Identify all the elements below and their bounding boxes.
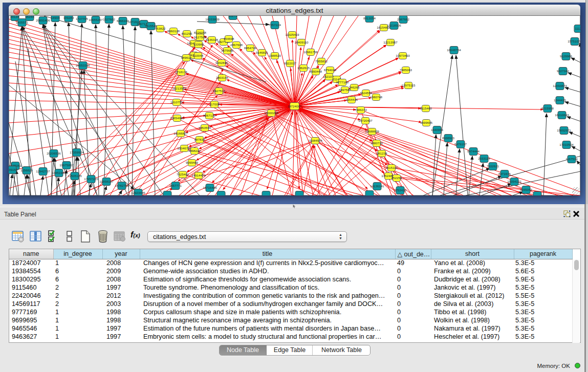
- svg-text:1610755: 1610755: [170, 100, 183, 104]
- svg-text:1353594: 1353594: [199, 126, 211, 129]
- svg-text:15716485: 15716485: [203, 186, 217, 189]
- svg-text:1362615: 1362615: [297, 66, 310, 70]
- svg-text:8454749: 8454749: [244, 46, 257, 50]
- svg-text:20691406: 20691406: [36, 18, 50, 22]
- svg-text:15720407: 15720407: [358, 119, 373, 122]
- svg-text:1405571: 1405571: [16, 20, 29, 24]
- svg-text:8990448: 8990448: [310, 70, 322, 73]
- svg-text:8471676: 8471676: [498, 172, 511, 176]
- svg-text:19975867: 19975867: [59, 163, 74, 167]
- svg-text:19654983: 19654983: [170, 116, 184, 120]
- svg-text:8938923: 8938923: [442, 136, 455, 140]
- svg-text:16244: 16244: [25, 16, 34, 18]
- svg-text:10958107: 10958107: [99, 180, 114, 183]
- svg-text:4498222: 4498222: [188, 149, 201, 152]
- svg-text:7515546: 7515546: [145, 24, 158, 28]
- svg-text:133982: 133982: [193, 42, 204, 46]
- svg-text:3675685: 3675685: [221, 49, 234, 52]
- svg-text:1588520: 1588520: [269, 54, 281, 57]
- svg-text:6479197: 6479197: [454, 142, 467, 146]
- svg-text:14914479: 14914479: [191, 173, 206, 177]
- svg-text:16782759: 16782759: [115, 184, 129, 187]
- svg-text:12923445: 12923445: [131, 191, 145, 194]
- svg-text:9227342: 9227342: [557, 69, 570, 73]
- svg-text:10655267: 10655267: [89, 18, 103, 21]
- svg-text:6466160: 6466160: [117, 19, 129, 23]
- svg-text:939159: 939159: [9, 168, 18, 171]
- svg-text:18724007: 18724007: [288, 104, 302, 108]
- svg-text:981234: 981234: [377, 151, 387, 155]
- svg-text:16409110: 16409110: [294, 40, 309, 44]
- svg-text:11325419: 11325419: [285, 33, 299, 36]
- svg-text:12942737: 12942737: [36, 169, 50, 173]
- svg-text:1080748: 1080748: [370, 95, 383, 99]
- svg-text:20134: 20134: [10, 16, 19, 18]
- svg-text:12505135: 12505135: [68, 174, 82, 178]
- svg-text:12093873: 12093873: [553, 84, 567, 87]
- svg-text:9427512: 9427512: [213, 89, 226, 93]
- svg-text:93271: 93271: [228, 16, 237, 17]
- svg-text:8813054: 8813054: [363, 16, 376, 20]
- svg-text:18300295: 18300295: [264, 111, 278, 115]
- svg-text:110044: 110044: [193, 54, 204, 57]
- svg-text:17359924: 17359924: [70, 150, 84, 154]
- svg-text:9099489: 9099489: [186, 161, 199, 164]
- svg-text:19166827: 19166827: [173, 132, 188, 135]
- svg-text:15751074: 15751074: [568, 39, 580, 43]
- svg-text:154698: 154698: [224, 37, 234, 40]
- svg-text:2803144: 2803144: [216, 76, 229, 79]
- svg-text:9115460: 9115460: [420, 106, 432, 110]
- svg-text:20206536: 20206536: [47, 151, 61, 155]
- svg-text:10688609: 10688609: [365, 129, 379, 133]
- svg-text:10961758: 10961758: [303, 50, 318, 54]
- svg-text:891295: 891295: [182, 32, 192, 35]
- svg-text:12975115: 12975115: [401, 83, 416, 87]
- svg-text:7632621: 7632621: [487, 164, 499, 168]
- svg-text:12213967: 12213967: [383, 40, 398, 44]
- svg-text:10973493: 10973493: [396, 54, 410, 57]
- svg-text:15692971: 15692971: [557, 128, 571, 132]
- svg-text:1880726: 1880726: [371, 141, 383, 145]
- svg-text:17010504: 17010504: [559, 143, 574, 146]
- svg-text:2867608: 2867608: [230, 43, 243, 47]
- svg-text:7625402: 7625402: [177, 172, 189, 176]
- svg-text:14451947: 14451947: [52, 171, 66, 174]
- svg-text:1527602: 1527602: [103, 17, 116, 21]
- svg-text:19384554: 19384554: [308, 139, 322, 142]
- svg-text:8660128: 8660128: [167, 29, 180, 33]
- svg-text:8136328: 8136328: [206, 38, 219, 41]
- svg-text:8267130: 8267130: [203, 114, 216, 117]
- svg-text:7955812: 7955812: [315, 59, 328, 63]
- svg-text:6794028: 6794028: [324, 68, 337, 72]
- svg-text:2718176: 2718176: [175, 70, 188, 74]
- svg-text:2164436: 2164436: [345, 98, 358, 101]
- svg-text:16033809: 16033809: [205, 17, 220, 21]
- svg-text:1727705: 1727705: [76, 17, 89, 20]
- svg-text:9474444: 9474444: [467, 149, 480, 153]
- svg-text:8215958: 8215958: [541, 106, 554, 110]
- svg-text:3624554: 3624554: [360, 91, 373, 95]
- svg-text:1615112: 1615112: [385, 166, 398, 169]
- svg-text:9146821: 9146821: [256, 51, 269, 54]
- svg-text:2933114: 2933114: [478, 157, 490, 160]
- svg-text:109283: 109283: [63, 16, 74, 19]
- svg-text:12213589: 12213589: [172, 86, 186, 90]
- svg-text:16210643: 16210643: [555, 113, 569, 117]
- svg-text:9245052: 9245052: [520, 188, 533, 191]
- svg-text:746266: 746266: [349, 85, 360, 89]
- svg-text:1753426: 1753426: [394, 188, 407, 192]
- svg-text:16648754: 16648754: [447, 48, 461, 52]
- svg-text:887833: 887833: [194, 138, 205, 141]
- svg-text:9657771: 9657771: [169, 184, 182, 187]
- svg-text:9127509: 9127509: [194, 35, 207, 39]
- svg-text:117008: 117008: [209, 102, 220, 106]
- svg-text:1244415: 1244415: [554, 98, 567, 102]
- svg-text:28053346: 28053346: [76, 63, 90, 67]
- svg-text:252254: 252254: [391, 176, 402, 180]
- svg-text:14136141: 14136141: [370, 184, 384, 188]
- svg-text:9129966: 9129966: [560, 54, 573, 58]
- svg-text:1156829: 1156829: [20, 168, 33, 172]
- svg-text:9699695: 9699695: [420, 121, 433, 124]
- svg-text:9777169: 9777169: [336, 80, 349, 84]
- svg-text:17957223: 17957223: [84, 177, 98, 181]
